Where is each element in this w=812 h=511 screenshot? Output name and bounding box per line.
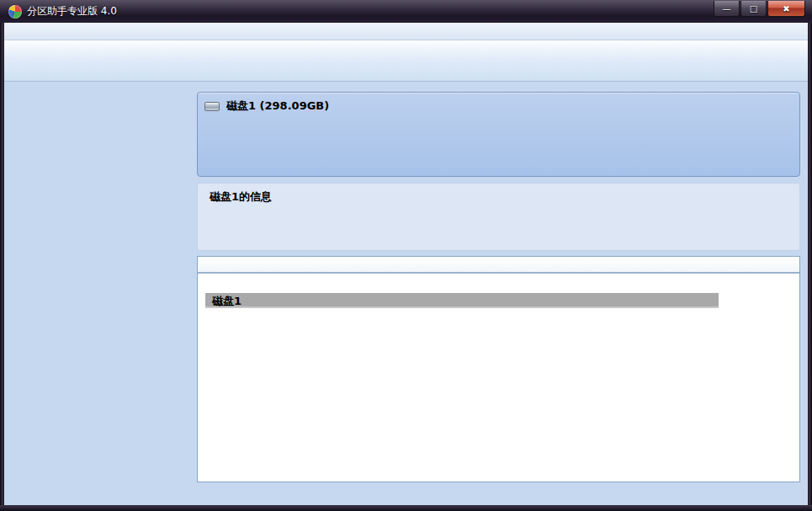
maximize-button[interactable]: □ xyxy=(740,1,767,17)
window-frame-left xyxy=(0,0,4,511)
app-icon xyxy=(8,5,22,19)
main-panel: 磁盘1 (298.09GB) 磁盘1的信息 磁盘1 xyxy=(197,92,800,502)
menubar xyxy=(4,23,808,40)
close-icon: ✖ xyxy=(783,4,789,13)
legend-bar xyxy=(197,487,800,503)
window-frame-bottom xyxy=(0,505,812,511)
maximize-icon: □ xyxy=(750,4,757,13)
disk-info-panel: 磁盘1的信息 xyxy=(197,183,800,251)
minimize-icon: — xyxy=(723,4,731,13)
window-title: 分区助手专业版 4.0 xyxy=(27,4,117,19)
disk-header[interactable]: 磁盘1 (298.09GB) xyxy=(204,96,793,116)
disk-info-title: 磁盘1的信息 xyxy=(210,189,799,205)
disk-graphical-view: 磁盘1 (298.09GB) xyxy=(197,92,800,177)
disk-drive-icon xyxy=(204,102,220,111)
content-area: 磁盘1 (298.09GB) 磁盘1的信息 磁盘1 xyxy=(4,82,808,505)
partition-table: 磁盘1 xyxy=(197,256,800,482)
disk-group-band[interactable]: 磁盘1 xyxy=(205,293,719,308)
window-controls: — □ ✖ xyxy=(713,1,805,17)
sidebar xyxy=(9,93,191,502)
window-frame-right xyxy=(808,0,812,511)
toolbar xyxy=(4,40,808,82)
close-button[interactable]: ✖ xyxy=(767,1,805,17)
disk-label: 磁盘1 (298.09GB) xyxy=(226,98,329,114)
minimize-button[interactable]: — xyxy=(714,1,740,17)
table-header-row xyxy=(198,257,799,274)
titlebar: 分区助手专业版 4.0 — □ ✖ xyxy=(0,0,812,23)
app-window: 分区助手专业版 4.0 — □ ✖ 磁盘1 (298.09GB) 磁盘1的信息 xyxy=(0,0,812,511)
